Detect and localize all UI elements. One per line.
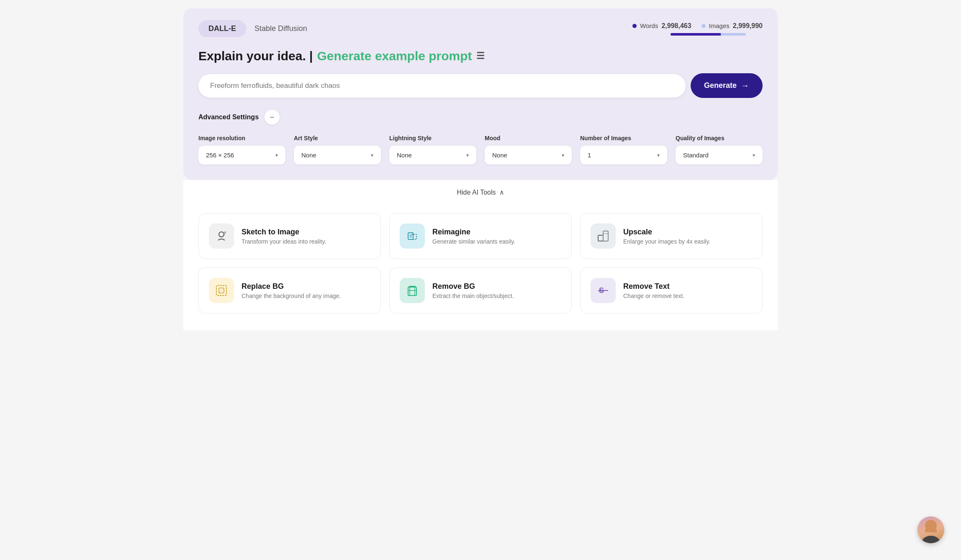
- setting-value-lightning-style: None: [397, 152, 412, 159]
- progress-bar-container: [671, 31, 763, 36]
- headline: Explain your idea. | Generate example pr…: [198, 49, 763, 63]
- tool-reimagine[interactable]: Reimagine Generate similar variants easi…: [389, 213, 572, 259]
- remove-bg-title: Remove BG: [432, 282, 514, 291]
- svg-rect-1: [408, 233, 413, 239]
- hide-tools-button[interactable]: Hide AI Tools ∧: [457, 188, 504, 196]
- setting-lightning-style: Lightning Style None ▾: [389, 135, 476, 164]
- setting-label-art-style: Art Style: [294, 135, 381, 141]
- avatar-image: [917, 516, 944, 543]
- tools-section: Sketch to Image Transform your ideas int…: [183, 205, 778, 330]
- tool-sketch-to-image[interactable]: Sketch to Image Transform your ideas int…: [198, 213, 381, 259]
- chevron-num-images: ▾: [657, 152, 660, 158]
- sketch-to-image-desc: Transform your ideas into reality.: [242, 238, 326, 245]
- setting-quality: Quality of Images Standard ▾: [676, 135, 763, 164]
- reimagine-text: Reimagine Generate similar variants easi…: [432, 228, 515, 245]
- setting-value-num-images: 1: [588, 152, 591, 159]
- remove-bg-desc: Extract the main object/subject.: [432, 293, 514, 299]
- remove-text-desc: Change or remove text.: [623, 293, 684, 299]
- generate-button[interactable]: Generate →: [691, 73, 763, 98]
- images-dot: [701, 24, 706, 28]
- reimagine-title: Reimagine: [432, 228, 515, 236]
- replace-bg-desc: Change the background of any image.: [242, 293, 341, 299]
- hide-tools-chevron: ∧: [499, 188, 504, 196]
- generate-label: Generate: [704, 81, 737, 90]
- chevron-image-resolution: ▾: [275, 152, 278, 158]
- prompt-input[interactable]: [198, 74, 686, 98]
- tool-replace-bg[interactable]: Replace BG Change the background of any …: [198, 267, 381, 313]
- words-stat: Words 2,998,463: [632, 22, 691, 30]
- settings-row: Image resolution 256 × 256 ▾ Art Style N…: [198, 135, 763, 164]
- tool-upscale[interactable]: Upscale Enlarge your images by 4x easily…: [580, 213, 763, 259]
- advanced-settings-row: Advanced Settings −: [198, 110, 763, 125]
- upscale-desc: Enlarge your images by 4x easily.: [623, 238, 710, 245]
- images-stat: Images 2,999,990: [701, 22, 763, 30]
- reimagine-desc: Generate similar variants easily.: [432, 238, 515, 245]
- upscale-icon: [591, 223, 616, 249]
- sketch-to-image-icon: [209, 223, 234, 249]
- setting-art-style: Art Style None ▾: [294, 135, 381, 164]
- prompt-row: Generate →: [198, 73, 763, 98]
- reimagine-icon: [400, 223, 425, 249]
- chevron-lightning-style: ▾: [466, 152, 469, 158]
- progress-images: [721, 33, 746, 36]
- setting-label-num-images: Number of Images: [580, 135, 667, 141]
- svg-rect-14: [925, 529, 937, 532]
- tool-remove-text[interactable]: S Remove Text Change or remove text.: [580, 267, 763, 313]
- setting-value-art-style: None: [301, 152, 316, 159]
- chevron-mood: ▾: [562, 152, 564, 158]
- setting-mood: Mood None ▾: [485, 135, 572, 164]
- stats-progress: [671, 33, 746, 36]
- setting-select-quality[interactable]: Standard ▾: [676, 146, 763, 164]
- images-value: 2,999,990: [733, 22, 763, 30]
- tools-grid: Sketch to Image Transform your ideas int…: [198, 213, 763, 313]
- setting-value-quality: Standard: [683, 152, 709, 159]
- advanced-settings-label: Advanced Settings: [198, 113, 259, 121]
- tab-dalle[interactable]: DALL-E: [198, 20, 246, 37]
- svg-rect-4: [598, 235, 603, 241]
- svg-rect-5: [603, 231, 608, 241]
- chevron-art-style: ▾: [371, 152, 373, 158]
- setting-select-num-images[interactable]: 1 ▾: [580, 146, 667, 164]
- divider-section: Hide AI Tools ∧: [183, 180, 778, 205]
- setting-select-lightning-style[interactable]: None ▾: [389, 146, 476, 164]
- remove-text-title: Remove Text: [623, 282, 684, 291]
- setting-label-quality: Quality of Images: [676, 135, 763, 141]
- replace-bg-title: Replace BG: [242, 282, 341, 291]
- replace-bg-text: Replace BG Change the background of any …: [242, 282, 341, 299]
- setting-num-images: Number of Images 1 ▾: [580, 135, 667, 164]
- chevron-quality: ▾: [753, 152, 755, 158]
- tool-remove-bg[interactable]: Remove BG Extract the main object/subjec…: [389, 267, 572, 313]
- hide-tools-label: Hide AI Tools: [457, 189, 496, 196]
- setting-select-mood[interactable]: None ▾: [485, 146, 572, 164]
- svg-rect-9: [408, 287, 416, 295]
- tabs-row: DALL-E Stable Diffusion Words 2,998,463 …: [198, 20, 763, 37]
- setting-select-image-resolution[interactable]: 256 × 256 ▾: [198, 146, 285, 164]
- setting-label-lightning-style: Lightning Style: [389, 135, 476, 141]
- remove-text-text: Remove Text Change or remove text.: [623, 282, 684, 299]
- progress-words: [671, 33, 721, 36]
- setting-select-art-style[interactable]: None ▾: [294, 146, 381, 164]
- setting-label-image-resolution: Image resolution: [198, 135, 285, 141]
- images-label: Images: [709, 22, 730, 29]
- words-value: 2,998,463: [661, 22, 691, 30]
- upscale-text: Upscale Enlarge your images by 4x easily…: [623, 228, 710, 245]
- tabs-left: DALL-E Stable Diffusion: [198, 20, 307, 37]
- setting-value-mood: None: [492, 152, 507, 159]
- remove-text-icon: S: [591, 278, 616, 303]
- sketch-to-image-text: Sketch to Image Transform your ideas int…: [242, 228, 326, 245]
- setting-image-resolution: Image resolution 256 × 256 ▾: [198, 135, 285, 164]
- advanced-toggle-button[interactable]: −: [265, 110, 280, 125]
- remove-bg-icon: [400, 278, 425, 303]
- words-label: Words: [640, 22, 658, 29]
- headline-cta[interactable]: Generate example prompt: [317, 49, 472, 63]
- remove-bg-text: Remove BG Extract the main object/subjec…: [432, 282, 514, 299]
- stat-numbers: Words 2,998,463 Images 2,999,990: [632, 22, 763, 30]
- svg-point-13: [922, 536, 940, 543]
- upscale-title: Upscale: [623, 228, 710, 236]
- avatar[interactable]: [917, 516, 944, 543]
- words-dot: [632, 24, 637, 28]
- generate-arrow: →: [741, 81, 749, 90]
- sketch-to-image-title: Sketch to Image: [242, 228, 326, 236]
- headline-icon[interactable]: ☰: [476, 51, 485, 62]
- tab-stable-diffusion[interactable]: Stable Diffusion: [254, 24, 307, 33]
